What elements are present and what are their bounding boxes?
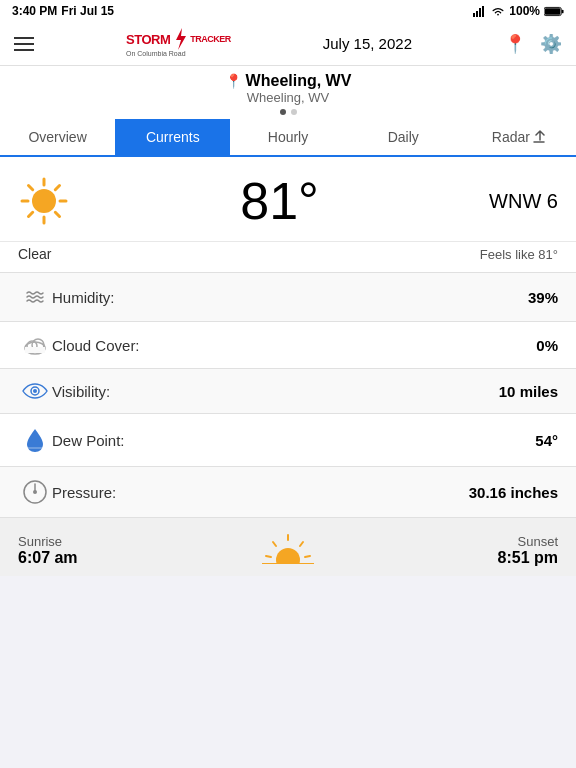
tab-bar: Overview Currents Hourly Daily Radar: [0, 119, 576, 157]
share-icon: [533, 130, 545, 144]
condition-row: Clear Feels like 81°: [0, 242, 576, 273]
location-sub: Wheeling, WV: [0, 90, 576, 105]
svg-rect-2: [479, 8, 481, 17]
logo-text: STORM: [126, 32, 170, 47]
pressure-gauge-icon: [18, 479, 52, 505]
status-date: Fri Jul 15: [61, 4, 114, 18]
svg-rect-34: [258, 564, 318, 570]
location-pin-small-icon: 📍: [225, 73, 242, 89]
tab-hourly[interactable]: Hourly: [230, 119, 345, 155]
current-conditions-main: 81° WNW 6: [0, 157, 576, 242]
dot-1: [280, 109, 286, 115]
sunset-time: 8:51 pm: [498, 549, 558, 567]
status-time: 3:40 PM: [12, 4, 57, 18]
svg-line-32: [266, 556, 271, 557]
visibility-row: Visibility: 10 miles: [0, 369, 576, 414]
feels-like-label: Feels like 81°: [480, 247, 558, 262]
dew-drop-icon: [18, 426, 52, 454]
humidity-value: 39%: [528, 289, 558, 306]
eye-icon: [18, 381, 52, 401]
tab-overview[interactable]: Overview: [0, 119, 115, 155]
signal-icon: [473, 5, 487, 17]
location-bar: 📍 Wheeling, WV Wheeling, WV: [0, 66, 576, 119]
location-pin-icon[interactable]: 📍: [504, 33, 526, 55]
dew-point-value: 54°: [535, 432, 558, 449]
visibility-value: 10 miles: [499, 383, 558, 400]
sun-icon: [18, 175, 70, 227]
page-dots: [0, 109, 576, 115]
svg-line-15: [55, 186, 59, 190]
sunrise-section: Sunrise 6:07 am: [18, 534, 78, 567]
tab-currents[interactable]: Currents: [115, 119, 230, 155]
condition-label: Clear: [18, 246, 51, 262]
svg-rect-0: [473, 13, 475, 17]
tab-daily[interactable]: Daily: [346, 119, 461, 155]
wifi-icon: [491, 5, 505, 17]
battery-icon: [544, 6, 564, 17]
menu-button[interactable]: [14, 37, 34, 51]
sun-times-row: Sunrise 6:07 am Sunset 8:51 pm: [0, 518, 576, 576]
location-city: 📍 Wheeling, WV: [0, 72, 576, 90]
pressure-label: Pressure:: [52, 484, 469, 501]
svg-rect-6: [545, 8, 560, 14]
dot-2: [291, 109, 297, 115]
status-left: 3:40 PM Fri Jul 15: [12, 4, 114, 18]
status-bar: 3:40 PM Fri Jul 15 100%: [0, 0, 576, 22]
tab-radar[interactable]: Radar: [461, 119, 576, 155]
visibility-label: Visibility:: [52, 383, 499, 400]
sunrise-time: 6:07 am: [18, 549, 78, 567]
cloud-cover-value: 0%: [536, 337, 558, 354]
svg-line-16: [29, 212, 33, 216]
status-right: 100%: [473, 4, 564, 18]
svg-rect-3: [482, 6, 484, 17]
app-logo: STORM TRACKER On Columbia Road: [126, 28, 231, 58]
temperature-display: 81°: [240, 171, 319, 231]
svg-line-14: [55, 212, 59, 216]
svg-line-13: [29, 186, 33, 190]
lightning-icon: [172, 28, 188, 50]
svg-point-8: [32, 189, 56, 213]
svg-rect-20: [25, 347, 45, 353]
sunset-section: Sunset 8:51 pm: [498, 534, 558, 567]
pressure-row: Pressure: 30.16 inches: [0, 467, 576, 518]
cloud-cover-label: Cloud Cover:: [52, 337, 536, 354]
svg-marker-7: [176, 28, 186, 50]
dew-point-label: Dew Point:: [52, 432, 535, 449]
svg-line-31: [300, 542, 303, 546]
svg-point-22: [33, 389, 37, 393]
cloud-cover-row: Cloud Cover: 0%: [0, 322, 576, 369]
svg-line-33: [305, 556, 310, 557]
logo-tracker: TRACKER: [190, 34, 231, 44]
sunset-label: Sunset: [518, 534, 558, 549]
humidity-row: Humidity: 39%: [0, 273, 576, 322]
header: STORM TRACKER On Columbia Road July 15, …: [0, 22, 576, 66]
humidity-label: Humidity:: [52, 289, 528, 306]
logo-sub: On Columbia Road: [126, 50, 231, 58]
header-date: July 15, 2022: [323, 35, 412, 52]
pressure-value: 30.16 inches: [469, 484, 558, 501]
settings-gear-icon[interactable]: ⚙️: [540, 33, 562, 55]
svg-rect-5: [562, 9, 564, 13]
battery-level: 100%: [509, 4, 540, 18]
humidity-icon: [18, 285, 52, 309]
svg-rect-1: [476, 11, 478, 17]
cloud-icon: [18, 334, 52, 356]
svg-line-30: [273, 542, 276, 546]
wind-display: WNW 6: [489, 190, 558, 213]
sunrise-label: Sunrise: [18, 534, 78, 549]
sunrise-graphic: [78, 530, 498, 570]
dew-point-row: Dew Point: 54°: [0, 414, 576, 467]
